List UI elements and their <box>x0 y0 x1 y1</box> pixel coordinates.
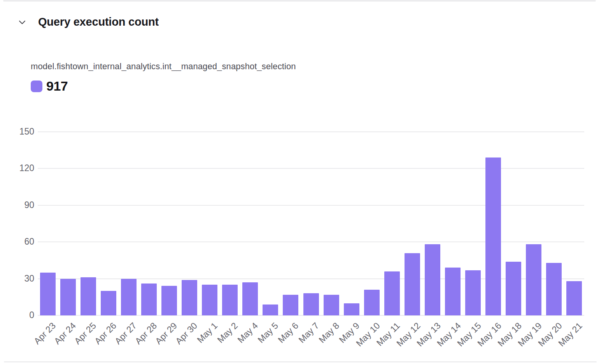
y-axis-tick-label: 120 <box>0 163 34 173</box>
bar-apr-28[interactable] <box>141 284 157 315</box>
x-axis-tick-label: May 6 <box>276 320 301 345</box>
x-axis-tick-label: May 7 <box>297 320 321 345</box>
x-axis-tick-label: May 8 <box>317 320 342 345</box>
x-axis-tick-label: May 2 <box>215 320 240 345</box>
bar-apr-26[interactable] <box>101 291 116 315</box>
bar-may-1[interactable] <box>202 285 217 315</box>
x-axis-tick-label: Apr 26 <box>93 320 119 346</box>
x-axis-tick-label: May 5 <box>256 320 280 345</box>
bar-apr-25[interactable] <box>81 277 96 315</box>
bar-may-9[interactable] <box>344 303 359 315</box>
bar-may-6[interactable] <box>283 295 298 315</box>
x-axis-tick-label: May 1 <box>195 320 220 345</box>
bar-apr-27[interactable] <box>121 279 137 315</box>
query-execution-panel: Query execution count model.fishtown_int… <box>0 0 599 364</box>
bar-may-8[interactable] <box>324 295 339 315</box>
y-axis-tick-label: 60 <box>0 236 34 247</box>
bar-may-7[interactable] <box>303 293 319 315</box>
bar-chart: 0306090120150Apr 23Apr 24Apr 25Apr 26Apr… <box>0 0 599 364</box>
bar-may-15[interactable] <box>465 270 481 315</box>
bar-apr-30[interactable] <box>182 280 197 315</box>
gridline-y120 <box>38 168 584 169</box>
gridline-y90 <box>38 205 584 206</box>
x-axis-tick-label: Apr 23 <box>32 320 58 346</box>
bar-may-19[interactable] <box>526 244 541 315</box>
bar-apr-23[interactable] <box>40 273 56 315</box>
bar-may-21[interactable] <box>566 281 582 315</box>
bar-may-18[interactable] <box>506 262 521 315</box>
bar-may-11[interactable] <box>384 271 400 315</box>
bar-may-5[interactable] <box>263 304 278 315</box>
bar-may-13[interactable] <box>425 244 440 315</box>
gridline-y30 <box>38 278 584 279</box>
bar-apr-29[interactable] <box>161 286 177 315</box>
bar-apr-24[interactable] <box>60 279 76 315</box>
gridline-y150 <box>38 131 584 132</box>
bottom-divider <box>4 361 597 362</box>
bar-may-20[interactable] <box>546 263 562 315</box>
x-axis-tick-label: Apr 28 <box>133 320 159 346</box>
y-axis-tick-label: 150 <box>0 126 34 137</box>
bar-may-2[interactable] <box>222 285 238 315</box>
y-axis-tick-label: 90 <box>0 200 34 210</box>
x-axis-tick-label: Apr 24 <box>52 320 78 346</box>
bar-may-14[interactable] <box>445 268 461 315</box>
y-axis-tick-label: 0 <box>0 310 34 320</box>
bar-may-10[interactable] <box>364 290 380 315</box>
y-axis-tick-label: 30 <box>0 273 34 284</box>
x-axis-tick-label: Apr 27 <box>113 320 139 346</box>
gridline-y60 <box>38 242 584 242</box>
bar-may-16[interactable] <box>485 158 501 315</box>
x-axis-tick-label: Apr 29 <box>153 320 179 346</box>
x-axis-tick-label: May 4 <box>236 320 260 345</box>
x-axis-tick-label: Apr 30 <box>173 320 200 346</box>
x-axis-tick-label: Apr 25 <box>72 320 98 346</box>
bar-may-4[interactable] <box>242 282 258 315</box>
bar-may-12[interactable] <box>405 253 420 315</box>
